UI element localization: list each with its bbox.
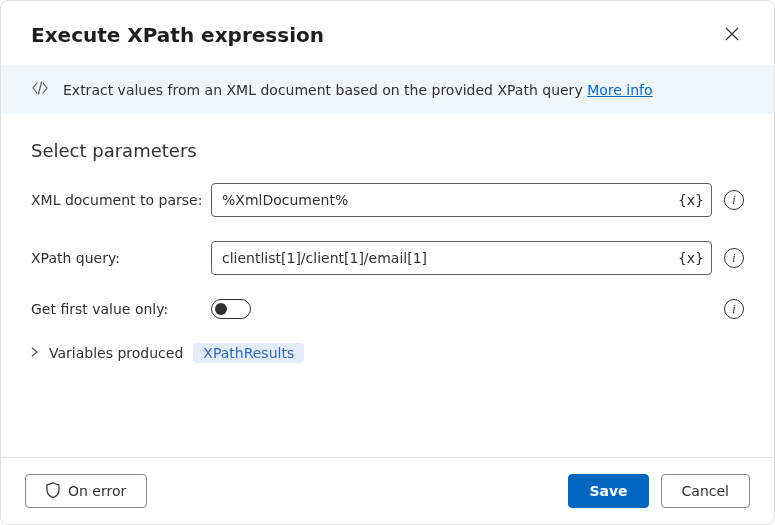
info-icon[interactable]: i [724, 248, 744, 268]
section-title: Select parameters [31, 140, 744, 161]
param-label: XML document to parse: [31, 192, 211, 208]
variable-picker-icon[interactable]: {x} [678, 192, 704, 208]
xml-document-input[interactable] [211, 183, 712, 217]
variables-produced-label: Variables produced [49, 345, 183, 361]
code-icon [31, 79, 49, 100]
variable-chip[interactable]: XPathResults [193, 343, 304, 363]
xpath-query-input[interactable] [211, 241, 712, 275]
info-icon[interactable]: i [724, 299, 744, 319]
param-label: Get first value only: [31, 301, 211, 317]
dialog-footer: On error Save Cancel [1, 457, 774, 524]
dialog: Execute XPath expression Extract values … [0, 0, 775, 525]
close-button[interactable] [716, 19, 748, 51]
param-xml-document: XML document to parse: {x} i [31, 183, 744, 217]
shield-icon [46, 482, 60, 501]
info-text: Extract values from an XML document base… [63, 82, 653, 98]
on-error-button[interactable]: On error [25, 474, 147, 508]
info-text-content: Extract values from an XML document base… [63, 82, 587, 98]
dialog-title: Execute XPath expression [31, 23, 324, 47]
param-first-value-only: Get first value only: i [31, 299, 744, 319]
chevron-right-icon[interactable] [31, 346, 39, 360]
save-button[interactable]: Save [568, 474, 648, 508]
param-xpath-query: XPath query: {x} i [31, 241, 744, 275]
on-error-label: On error [68, 483, 126, 499]
dialog-body: Select parameters XML document to parse:… [1, 114, 774, 457]
info-icon[interactable]: i [724, 190, 744, 210]
more-info-link[interactable]: More info [587, 82, 652, 98]
variable-picker-icon[interactable]: {x} [678, 250, 704, 266]
cancel-button[interactable]: Cancel [661, 474, 750, 508]
variables-produced-row: Variables produced XPathResults [31, 343, 744, 363]
dialog-header: Execute XPath expression [1, 1, 774, 65]
first-value-toggle[interactable] [211, 299, 251, 319]
close-icon [725, 27, 739, 44]
toggle-knob [215, 303, 227, 315]
param-label: XPath query: [31, 250, 211, 266]
info-bar: Extract values from an XML document base… [1, 65, 774, 114]
